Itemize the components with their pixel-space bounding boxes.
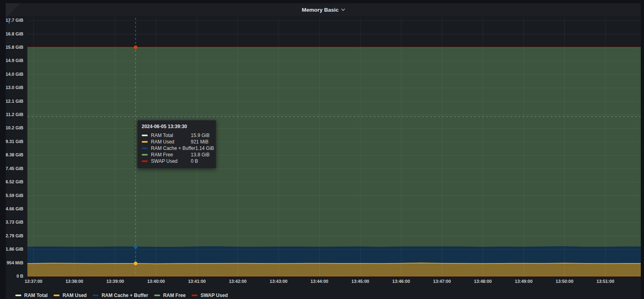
x-axis-label: 13:51:00 [597, 279, 614, 284]
x-axis-label: 13:45:00 [351, 279, 369, 284]
tooltip-row: RAM Cache + Buffer1.14 GiB [142, 145, 212, 152]
x-axis: 13:37:0013:38:0013:39:0013:40:0013:41:00… [27, 279, 641, 285]
tooltip-series-value: 1.14 GiB [195, 145, 214, 151]
tooltip-row: RAM Used921 MiB [142, 139, 212, 145]
tooltip-row: RAM Free13.8 GiB [142, 152, 212, 158]
tooltip-timestamp: 2024-06-05 13:39:30 [142, 124, 212, 129]
chevron-down-icon [341, 7, 345, 11]
legend-swatch [15, 295, 21, 296]
x-axis-label: 13:44:00 [311, 279, 328, 284]
legend-label: SWAP Used [200, 293, 228, 298]
y-axis: 17.7 GiB16.8 GiB15.8 GiB14.9 GiB14.0 GiB… [6, 3, 24, 299]
tooltip-series-swatch [142, 135, 148, 136]
y-axis-label: 17.7 GiB [6, 18, 23, 23]
x-axis-label: 13:38:00 [66, 279, 83, 284]
x-axis-label: 13:43:00 [270, 279, 287, 284]
y-axis-label: 8.38 GiB [6, 152, 23, 157]
tooltip-series-label: RAM Used [151, 139, 191, 145]
tooltip-series-value: 0 B [191, 158, 212, 164]
tooltip-series-value: 13.8 GiB [191, 152, 212, 158]
memory-chart-canvas[interactable] [27, 18, 641, 276]
legend-item-ram-cache-buffer[interactable]: RAM Cache + Buffer [93, 293, 148, 298]
y-axis-label: 954 MiB [6, 260, 23, 265]
tooltip-series-label: RAM Free [151, 152, 191, 158]
legend-label: RAM Cache + Buffer [101, 293, 148, 298]
tooltip-series-label: SWAP Used [151, 158, 191, 164]
y-axis-label: 4.66 GiB [6, 206, 23, 211]
y-axis-label: 12.1 GiB [6, 99, 23, 104]
tooltip-series-swatch [142, 141, 148, 143]
y-axis-label: 1.86 GiB [6, 247, 23, 251]
y-axis-label: 6.52 GiB [6, 179, 23, 184]
legend-item-swap-used[interactable]: SWAP Used [192, 293, 228, 298]
y-axis-label: 5.59 GiB [6, 193, 23, 198]
x-axis-label: 13:46:00 [392, 279, 410, 284]
y-axis-label: 13.0 GiB [6, 85, 23, 90]
x-axis-label: 13:37:00 [25, 279, 42, 284]
x-axis-label: 13:41:00 [188, 279, 206, 284]
tooltip-series-label: RAM Cache + Buffer [151, 145, 195, 151]
y-axis-label: 14.0 GiB [6, 72, 23, 77]
legend-item-ram-free[interactable]: RAM Free [154, 293, 186, 298]
y-axis-label: 11.2 GiB [6, 112, 23, 117]
legend-label: RAM Total [24, 293, 47, 298]
hover-tooltip: 2024-06-05 13:39:30 RAM Total15.9 GiBRAM… [137, 120, 216, 168]
y-axis-label: 3.73 GiB [6, 220, 23, 224]
panel-header: Memory Basic [6, 3, 641, 16]
tooltip-series-label: RAM Total [151, 133, 191, 138]
x-axis-label: 13:47:00 [433, 279, 451, 284]
y-axis-label: 0 B [17, 274, 23, 278]
legend-item-ram-total[interactable]: RAM Total [15, 293, 47, 298]
tooltip-series-swatch [142, 160, 148, 162]
y-axis-label: 2.79 GiB [6, 233, 23, 238]
legend-label: RAM Free [163, 293, 186, 298]
grafana-panel: Memory Basic i 17.7 GiB16.8 GiB15.8 GiB1… [6, 3, 641, 299]
tooltip-row: RAM Total15.9 GiB [142, 132, 212, 139]
y-axis-label: 14.9 GiB [6, 58, 23, 63]
legend-swatch [192, 295, 198, 296]
y-axis-label: 10.2 GiB [6, 125, 23, 130]
x-axis-label: 13:39:00 [106, 279, 124, 284]
x-axis-label: 13:40:00 [147, 279, 165, 284]
legend-swatch [154, 295, 160, 296]
y-axis-label: 15.8 GiB [6, 45, 23, 50]
y-axis-label: 7.45 GiB [6, 166, 23, 171]
legend-swatch [54, 295, 60, 296]
tooltip-series-value: 921 MiB [191, 139, 212, 145]
panel-title-text: Memory Basic [302, 7, 339, 13]
tooltip-series-value: 15.9 GiB [191, 133, 212, 138]
panel-title-menu[interactable]: Memory Basic [302, 7, 345, 13]
tooltip-row: SWAP Used0 B [142, 158, 212, 164]
x-axis-label: 13:42:00 [229, 279, 247, 284]
x-axis-label: 13:49:00 [515, 279, 533, 284]
y-axis-label: 9.31 GiB [6, 139, 23, 144]
x-axis-label: 13:50:00 [556, 279, 574, 284]
legend: RAM TotalRAM UsedRAM Cache + BufferRAM F… [15, 292, 228, 299]
x-axis-label: 13:48:00 [474, 279, 492, 284]
tooltip-series-swatch [142, 147, 148, 149]
tooltip-series-swatch [142, 154, 148, 156]
legend-swatch [93, 295, 99, 296]
legend-item-ram-used[interactable]: RAM Used [54, 293, 87, 298]
y-axis-label: 16.8 GiB [6, 31, 23, 36]
legend-label: RAM Used [62, 293, 87, 298]
tooltip-rows: RAM Total15.9 GiBRAM Used921 MiBRAM Cach… [142, 132, 212, 164]
